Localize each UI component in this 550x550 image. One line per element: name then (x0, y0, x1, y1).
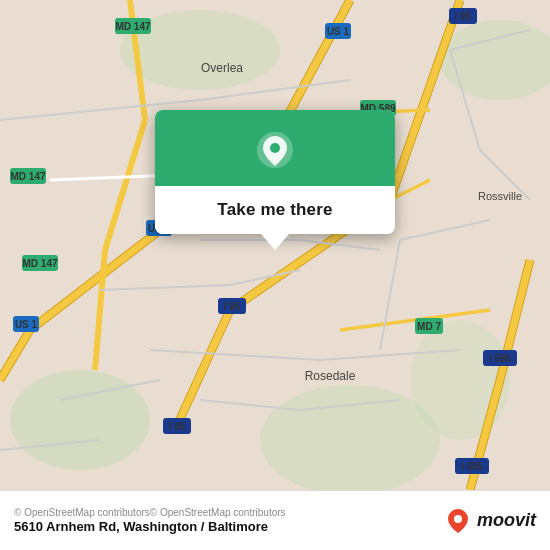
location-pin-icon (253, 128, 297, 172)
svg-text:MD 147: MD 147 (22, 258, 57, 269)
moovit-brand-text: moovit (477, 510, 536, 531)
footer-left: © © OpenStreetMap contributors 5610 Arnh… (14, 507, 286, 534)
svg-text:US 1: US 1 (327, 26, 350, 37)
svg-text:I 695: I 695 (489, 353, 512, 364)
popup-green-section (155, 110, 395, 186)
moovit-pin-icon (444, 507, 472, 535)
moovit-logo: moovit (444, 507, 536, 535)
take-me-there-button[interactable]: Take me there (155, 186, 395, 234)
svg-point-1 (10, 370, 150, 470)
svg-point-3 (410, 320, 510, 440)
svg-text:I 95: I 95 (169, 421, 186, 432)
rosedale-label: Rosedale (305, 369, 356, 383)
map-container: US 1 US 1 US 1 MD 147 MD 147 MD 147 MD 5… (0, 0, 550, 490)
svg-text:I 695: I 695 (461, 461, 484, 472)
svg-text:MD 147: MD 147 (115, 21, 150, 32)
svg-text:I 95: I 95 (224, 301, 241, 312)
overlea-label: Overlea (201, 61, 243, 75)
popup-card: Take me there (155, 110, 395, 234)
svg-point-2 (260, 385, 440, 490)
rossville-label: Rossville (478, 190, 522, 202)
svg-text:US 1: US 1 (15, 319, 38, 330)
svg-point-79 (454, 515, 462, 523)
svg-point-78 (270, 143, 280, 153)
svg-text:MD 147: MD 147 (10, 171, 45, 182)
openstreetmap-credit: © OpenStreetMap contributors (14, 507, 286, 518)
footer-bar: © © OpenStreetMap contributors 5610 Arnh… (0, 490, 550, 550)
svg-text:I 95: I 95 (455, 11, 472, 22)
footer-address: 5610 Arnhem Rd, Washington / Baltimore (14, 519, 268, 534)
svg-text:MD 7: MD 7 (417, 321, 441, 332)
popup-triangle (261, 234, 289, 250)
